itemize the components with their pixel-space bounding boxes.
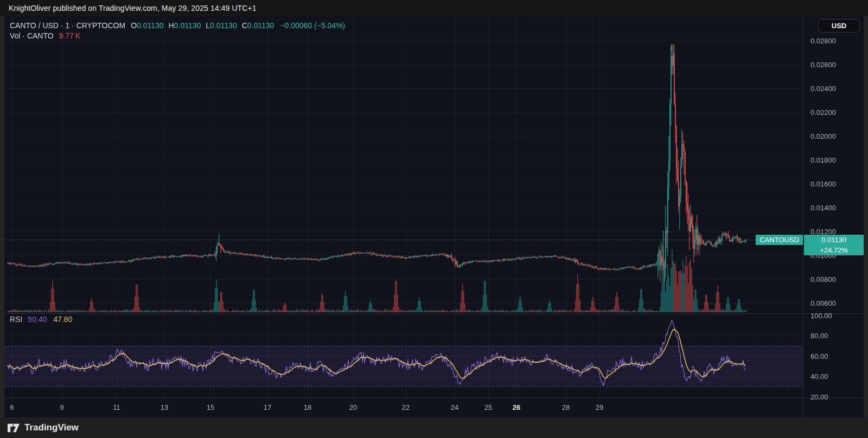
ohlc-low-value: 0.01130 [210, 21, 237, 30]
header-bar: KnightOliver published on TradingView.co… [0, 0, 868, 16]
volume-label[interactable]: Vol · CANTO [10, 31, 54, 40]
price-line-value-tag: 0.01130 +24.72% [804, 235, 864, 255]
price-axis-label: 0.00600 [810, 299, 836, 307]
tradingview-logo-icon[interactable] [8, 423, 20, 433]
time-axis-label: 22 [402, 403, 410, 411]
rsi-axis-label: 20.00 [810, 392, 828, 401]
ohlc-close-value: 0.01130 [247, 21, 275, 30]
ohlc-low: L0.01130 [206, 21, 237, 30]
ohlc-close: C0.01130 [242, 21, 275, 30]
time-axis-label: 25 [484, 403, 492, 411]
symbol-title[interactable]: CANTO / USD · 1 · CRYPTOCOM [10, 21, 125, 30]
ohlc-high-value: 0.01130 [174, 21, 201, 30]
time-axis-label: 11 [113, 403, 120, 411]
price-axis-label: 0.02600 [810, 61, 836, 69]
price-line-change: +24.72% [804, 245, 864, 255]
ohlc-open-value: 0.01130 [137, 21, 164, 30]
tradingview-brand[interactable]: TradingView [24, 422, 79, 433]
page: KnightOliver published on TradingView.co… [0, 0, 868, 438]
ohlc-high: H0.01130 [169, 21, 201, 30]
symbol-legend: CANTO / USD · 1 · CRYPTOCOM O0.01130 H0.… [10, 20, 345, 41]
price-axis-label: 0.00800 [810, 275, 836, 284]
time-axis-label: 28 [562, 403, 570, 411]
price-axis-label: 0.01600 [810, 180, 836, 188]
price-axis-label: 0.01800 [810, 156, 836, 164]
rsi-axis-label: 60.00 [810, 352, 828, 360]
time-axis-label: 13 [161, 403, 168, 411]
price-axis-label: 0.02200 [810, 108, 836, 117]
time-axis-label: 15 [207, 403, 214, 411]
rsi-axis-label: 80.00 [810, 332, 828, 340]
rsi-value: 50.40 [28, 315, 47, 324]
time-axis-label: 6 [10, 403, 14, 411]
rsi-ma-value: 47.80 [53, 315, 72, 324]
time-axis-label: 17 [264, 403, 271, 411]
rsi-label[interactable]: RSI [10, 315, 22, 324]
volume-value: 9.77 K [59, 31, 80, 40]
rsi-legend: RSI 50.40 47.80 [10, 314, 72, 324]
currency-button[interactable]: USD [818, 19, 860, 33]
ohlc-open-label: O [131, 21, 137, 30]
ohlc-low-label: L [206, 21, 210, 30]
time-axis-label: 24 [451, 403, 458, 411]
ohlc-close-label: C [242, 21, 247, 30]
change-text: −0.00060 (−5.04%) [280, 21, 345, 30]
chart-canvas[interactable] [4, 16, 864, 417]
time-axis-label: 29 [596, 403, 603, 411]
published-text: KnightOliver published on TradingView.co… [9, 4, 257, 12]
time-axis-label: 20 [349, 403, 357, 411]
symbol-legend-row: CANTO / USD · 1 · CRYPTOCOM O0.01130 H0.… [10, 20, 345, 30]
ohlc-high-label: H [169, 21, 174, 30]
footer-bar: TradingView [0, 417, 868, 438]
volume-legend-row: Vol · CANTO 9.77 K [10, 30, 345, 41]
rsi-axis-label: 40.00 [810, 372, 828, 381]
price-axis-label: 0.02800 [810, 37, 836, 45]
ohlc-open: O0.01130 [131, 21, 163, 30]
time-axis-label: 9 [60, 403, 63, 411]
price-line-price: 0.01130 [804, 235, 864, 245]
rsi-axis-label: 100.00 [810, 312, 832, 320]
chart-widget: CANTO / USD · 1 · CRYPTOCOM O0.01130 H0.… [4, 16, 864, 417]
price-axis-label: 0.02400 [810, 85, 836, 93]
time-axis-label: 18 [304, 403, 311, 411]
time-axis-label: 26 [513, 403, 520, 411]
price-axis-label: 0.01400 [810, 204, 836, 212]
price-axis-label: 0.02000 [810, 132, 836, 140]
price-line-symbol-tag: CANTOUSD [756, 235, 803, 245]
